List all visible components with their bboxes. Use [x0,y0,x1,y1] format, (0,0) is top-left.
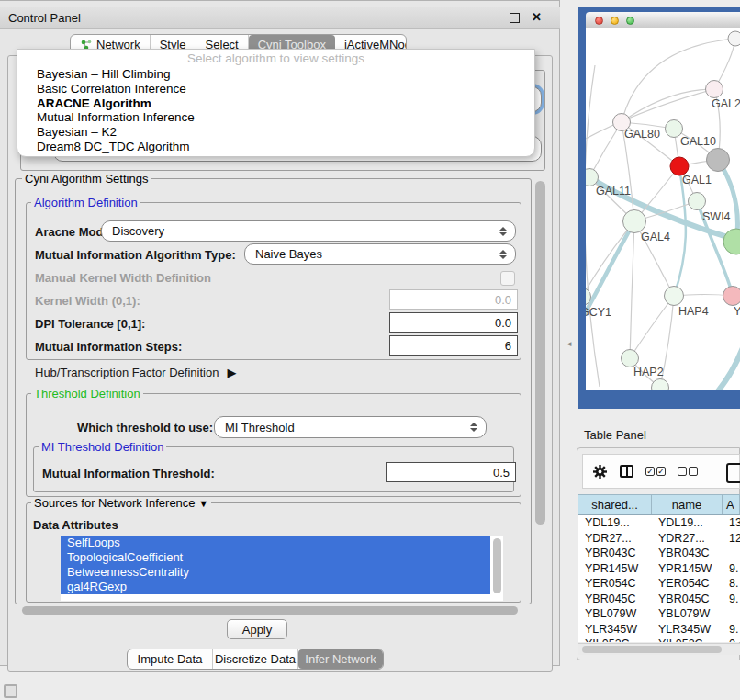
tab-discretize-data[interactable]: Discretize Data [213,649,298,669]
list-item[interactable]: SelfLoops [61,536,490,550]
node-label: HAP2 [633,366,664,378]
dpi-tolerance-label: DPI Tolerance [0,1]: [35,317,145,331]
apply-button[interactable]: Apply [227,619,287,639]
which-threshold-label: Which threshold to use: [77,421,213,435]
dropdown-item[interactable]: Bayesian – Hill Climbing [17,67,534,82]
dpi-tolerance-field[interactable]: 0.0 [389,312,518,333]
hub-factor-expander[interactable]: Hub/Transcription Factor Definition ▶ [35,366,236,379]
close-icon[interactable]: ✕ [532,10,542,24]
column-header[interactable]: shared... [578,495,652,514]
mi-threshold-label: Mutual Information Threshold: [42,467,215,480]
deselect-all-columns-icon[interactable] [678,467,698,476]
node-hap2[interactable] [622,350,639,367]
zoom-traffic-icon[interactable] [626,17,634,25]
algorithm-definition-title: Algorithm Definition [31,197,140,209]
float-window-icon[interactable] [510,13,520,23]
table-row[interactable]: YDR27... YDR27... 12 [578,531,740,547]
close-traffic-icon[interactable] [595,17,603,25]
bottom-tabs: Impute Data Discretize Data Infer Networ… [127,649,384,670]
node-label: HAP4 [678,305,709,318]
node-green-large[interactable] [723,229,740,254]
tab-impute-data[interactable]: Impute Data [128,649,213,669]
settings-horizontal-scrollbar[interactable] [22,606,518,615]
manual-kernel-label: Manual Kernel Width Definition [35,271,211,285]
data-attributes-list: SelfLoops TopologicalCoefficient Between… [61,536,503,601]
columns-icon[interactable] [620,465,633,478]
gear-icon[interactable] [592,464,608,480]
combo-spinner-icon [499,227,507,236]
node-label: Y [734,305,740,318]
mi-threshold-field[interactable]: 0.5 [386,462,516,482]
mi-threshold-title: MI Threshold Definition [39,441,166,453]
dropdown-item[interactable]: Bayesian – K2 [17,125,534,140]
node-label: GAL10 [680,135,716,148]
cyni-settings-title: Cyni Algorithm Settings [22,173,151,185]
list-item[interactable]: gal4RGexp [61,580,490,594]
table-panel-title: Table Panel [584,428,646,442]
sources-title: Sources for Network Inference ▼ [31,497,211,510]
network-window-titlebar [586,12,740,28]
settings-vertical-scrollbar[interactable] [535,181,545,525]
node-label: SWI4 [702,210,731,223]
table-row[interactable]: YBR043C YBR043C [578,546,740,561]
mi-steps-label: Mutual Information Steps: [35,340,182,354]
algorithm-dropdown-list: Select algorithm to view settings Bayesi… [17,49,535,157]
node-label: GAL80 [624,128,660,141]
node[interactable] [652,379,669,391]
list-vertical-scrollbar[interactable] [493,538,501,593]
expander-collapsed-icon: ▶ [227,366,236,379]
network-canvas[interactable]: GAL2 GAL80 GAL10 GAL1 GAL11 SWI4 GAL4 GC… [586,28,740,390]
table-row[interactable]: YDL19... YDL19... 13 [578,515,740,531]
list-item[interactable]: BetweennessCentrality [61,565,490,580]
dropdown-item-selected[interactable]: ARACNE Algorithm [17,96,534,111]
dropdown-item[interactable]: Dream8 DC_TDC Algorithm [17,140,534,154]
list-item[interactable]: TopologicalCoefficient [61,550,490,565]
threshold-definition-title: Threshold Definition [31,388,143,400]
network-graph [586,28,740,390]
table-row[interactable]: YPR145W YPR145W 9. [578,561,740,577]
mi-steps-field[interactable]: 6 [389,335,518,356]
manual-kernel-checkbox[interactable] [500,271,515,286]
control-panel-title: Control Panel [8,11,81,25]
node-gray[interactable] [707,149,730,172]
expander-expanded-icon[interactable]: ▼ [198,498,208,509]
node-label: GAL11 [596,185,631,198]
combo-spinner-icon [499,250,507,259]
node-gal4[interactable] [623,210,646,233]
node-gal2[interactable] [706,81,723,98]
table-row[interactable]: YBL079W YBL079W [578,606,740,622]
node-pink[interactable] [723,287,740,306]
dropdown-item[interactable]: Basic Correlation Inference [17,82,534,96]
aracne-mode-combo[interactable]: Discovery [101,220,516,242]
node[interactable] [728,31,740,46]
table-row[interactable]: YBR045C YBR045C 9. [578,592,740,607]
node-gal1-red[interactable] [670,157,689,175]
panel-divider-handle[interactable]: ◄ [566,340,573,348]
dropdown-placeholder: Select algorithm to view settings [17,50,534,67]
node-hap4[interactable] [665,287,684,306]
mi-type-label: Mutual Information Algorithm Type: [35,248,236,262]
control-panel-titlebar: Control Panel ✕ [0,7,560,29]
which-threshold-combo[interactable]: MI Threshold [214,416,487,438]
table-row[interactable]: YLR345W YLR345W 9. [578,622,740,638]
node-swi4[interactable] [689,193,706,210]
minimize-traffic-icon[interactable] [611,17,619,25]
mi-type-combo[interactable]: Naive Bayes [244,243,516,265]
node-label: GAL1 [682,174,712,186]
table-row[interactable]: YIL052C YIL052C 0. [578,637,740,642]
node-label: GAL4 [641,231,670,243]
tab-infer-network[interactable]: Infer Network [298,649,383,669]
add-column-icon[interactable] [726,463,740,483]
table-horizontal-scrollbar[interactable] [578,643,740,655]
table-header-row: shared... name A [578,494,740,515]
column-header[interactable]: name [652,495,723,514]
column-header[interactable]: A [723,495,740,514]
kernel-width-field[interactable]: 0.0 [389,289,518,310]
minimized-window-icon[interactable] [4,684,17,698]
select-all-columns-icon[interactable]: ✓✓ [645,467,666,476]
data-attributes-label: Data Attributes [33,518,118,532]
table-row[interactable]: YER054C YER054C 8. [578,576,740,592]
node-label: GAL2 [712,97,740,110]
dropdown-item[interactable]: Mutual Information Inference [17,110,534,125]
kernel-width-label: Kernel Width (0,1): [35,294,140,308]
